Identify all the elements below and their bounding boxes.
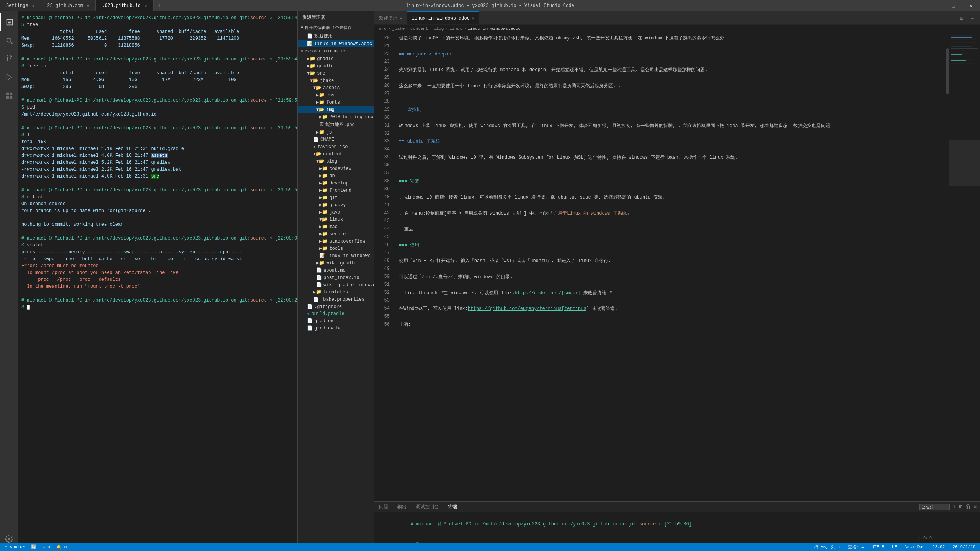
welcome-tab-close[interactable]: ✕ (400, 16, 402, 21)
warnings-status-item[interactable]: 🔔 0 (55, 544, 68, 549)
svg-line-1 (11, 42, 12, 44)
editor-scrollbar-thumb[interactable] (946, 48, 949, 94)
breadcrumb-blog[interactable]: blog (434, 26, 444, 31)
sidebar-item-blog[interactable]: ▼ 📂 blog (298, 158, 374, 165)
stackoverflow-label: stackoverflow (329, 239, 365, 244)
sidebar-item-beijing[interactable]: ▶ 📁 2018-beijing-qcon (298, 113, 374, 121)
sidebar-item-cname[interactable]: 📄 CNAME (298, 136, 374, 143)
new-tab-button[interactable]: + (154, 2, 165, 9)
editor-scrollbar[interactable] (946, 33, 949, 501)
linux-adoc-editor-tab[interactable]: linux-in-windows.adoc ✕ (407, 11, 480, 24)
close-button[interactable]: ✕ (962, 0, 980, 11)
terminal-line: total 16K (21, 139, 294, 145)
open-file-item-linux[interactable]: 📝 linux-in-windows.adoc (298, 40, 374, 47)
sidebar-item-wiki-gradle-index[interactable]: 📄 wiki_gradle_index.md (298, 281, 374, 289)
sidebar-item-gradle2[interactable]: ▶ 📁 gradle (298, 62, 374, 70)
sidebar-item-tools[interactable]: ▶ 📁 tools (298, 245, 374, 252)
assets-label: assets (323, 85, 340, 91)
sidebar-item-content[interactable]: ▼ 📂 content (298, 150, 374, 158)
sidebar-item-build-gradle[interactable]: ● build.gradle (298, 310, 374, 317)
encoding-status-item[interactable]: UTF-8 (870, 544, 886, 549)
beijing-label: 2018-beijing-qcon (329, 114, 374, 120)
sidebar-item-java[interactable]: ▶ 📁 java (298, 209, 374, 216)
settings-tab[interactable]: Settings ✕ (0, 0, 41, 11)
terminal-close-button[interactable]: ✕ (974, 504, 977, 510)
github-com-tab[interactable]: 23.github.com ✕ (41, 0, 96, 11)
sidebar-item-wiki-gradle[interactable]: ▶ 📁 wiki_gradle (298, 259, 374, 267)
breadcrumb-content[interactable]: content (410, 26, 428, 31)
maximize-button[interactable]: ❐ (945, 0, 962, 11)
sidebar-item-gradle[interactable]: ▶ 📁 gradle (298, 55, 374, 62)
sidebar-item-gitignore[interactable]: 📄 .gitignore (298, 303, 374, 310)
extensions-activity-icon[interactable] (0, 86, 18, 105)
minimize-button[interactable]: — (927, 0, 945, 11)
terminal-content[interactable]: # michael @ Michael-PC in /mnt/c/develop… (18, 11, 297, 551)
eol-status-item[interactable]: LF (890, 544, 898, 549)
output-tab[interactable]: 输出 (396, 504, 408, 510)
sync-status-item[interactable]: 🔄 (29, 544, 38, 549)
sidebar-item-assets[interactable]: ▼ 📂 assets (298, 84, 374, 91)
terminal-tab[interactable]: 终端 (446, 504, 459, 510)
github-io-tab[interactable]: .023.github.io ✕ (96, 0, 153, 11)
sidebar-item-post-index[interactable]: 📄 post_index.md (298, 274, 374, 281)
sidebar-item-fonts[interactable]: ▶ 📁 fonts (298, 99, 374, 106)
github-io-tab-close[interactable]: ✕ (144, 3, 147, 8)
terminal-trash-button[interactable]: 🗑 (965, 504, 971, 510)
sidebar-item-mapimage[interactable]: 🖼 能力地图.png (298, 121, 374, 129)
sidebar-item-templates[interactable]: ▶ 📁 templates (298, 289, 374, 296)
sidebar-item-codeview[interactable]: ▶ 📁 codeview (298, 165, 374, 172)
breadcrumb-file[interactable]: linux-in-windows.adoc (468, 26, 521, 31)
sidebar-item-jbake-props[interactable]: 📄 jbake.properties (298, 296, 374, 303)
debug-console-tab[interactable]: 调试控制台 (414, 504, 440, 510)
progress-text: ↑ 0↓ (919, 536, 928, 540)
settings-tab-close[interactable]: ✕ (32, 3, 35, 8)
sidebar-item-git[interactable]: ▶ 📁 git (298, 194, 374, 201)
breadcrumb-src[interactable]: src (379, 26, 387, 31)
language-status-item[interactable]: AsciiDoc (903, 544, 926, 549)
terminal-search-input[interactable] (919, 504, 950, 510)
sidebar-item-gradlew-bat[interactable]: 📄 gradlew.bat (298, 324, 374, 332)
sidebar-item-js[interactable]: ▶ 📁 js (298, 129, 374, 136)
code-line-40: . windows 10 商店中搜索 linux, 可以看到很多个 linux … (399, 194, 941, 202)
open-file-item-welcome[interactable]: 📄 欢迎使用 (298, 32, 374, 40)
more-actions-button[interactable]: ⋯ (968, 13, 977, 23)
breadcrumb-linux[interactable]: linux (449, 26, 462, 31)
linux-adoc-tab-close[interactable]: ✕ (472, 16, 475, 21)
welcome-editor-tab[interactable]: 欢迎使用 ✕ (374, 11, 407, 24)
terminal-line: drwxrwxrwx 1 michael michael 1.1K Feb 16… (21, 145, 294, 152)
sidebar-item-favicon[interactable]: ★ favicon.ico (298, 143, 374, 150)
sidebar-item-css[interactable]: ▶ 📁 css (298, 91, 374, 99)
search-activity-icon[interactable] (0, 31, 18, 50)
sidebar-item-mac[interactable]: ▶ 📁 mac (298, 223, 374, 230)
split-editor-button[interactable]: ⊞ (957, 13, 966, 23)
sidebar-item-img[interactable]: ▼ 📂 img (298, 106, 374, 113)
sidebar-item-db[interactable]: ▶ 📁 db (298, 172, 374, 179)
debug-activity-icon[interactable] (0, 68, 18, 86)
sidebar-item-src[interactable]: ▼ 📂 src (298, 70, 374, 77)
sidebar-item-gradlew[interactable]: 📄 gradlew (298, 317, 374, 324)
breadcrumb-jbake[interactable]: jbake (392, 26, 405, 31)
explorer-activity-icon[interactable] (0, 13, 18, 31)
source-control-activity-icon[interactable] (0, 50, 18, 68)
sidebar-item-secure[interactable]: ▶ 📁 secure (298, 230, 374, 238)
terminal-add-button[interactable]: + (953, 504, 956, 510)
sidebar-item-frontend[interactable]: ▶ 📁 frontend (298, 187, 374, 194)
github-com-tab-close[interactable]: ✕ (87, 3, 90, 8)
sidebar-item-stackoverflow[interactable]: ▶ 📁 stackoverflow (298, 238, 374, 245)
sidebar-item-develop[interactable]: ▶ 📁 develop (298, 179, 374, 187)
cursor-position-item[interactable]: 行 56, 列 1 (813, 544, 842, 550)
terminal-split-button[interactable]: ⊞ (959, 504, 962, 510)
sidebar-item-groovy[interactable]: ▶ 📁 groovy (298, 201, 374, 209)
js-label: js (326, 130, 332, 135)
problems-tab[interactable]: 问题 (377, 504, 390, 510)
open-editors-header[interactable]: ▼ 打开的编辑器 1个未保存 (298, 23, 374, 32)
sidebar-item-linux-adoc[interactable]: 📝 linux-in-windows.adoc (298, 252, 374, 259)
sidebar-item-jbake[interactable]: ▼ 📂 jbake (298, 77, 374, 84)
explorer-root-header[interactable]: ▼ YXC023.GITHUB.IO (298, 47, 374, 55)
branch-status-item[interactable]: ⑂ source (3, 544, 26, 549)
indent-status-item[interactable]: 空格: 4 (846, 544, 866, 550)
sidebar-item-linux[interactable]: ▼ 📂 linux (298, 216, 374, 223)
errors-status-item[interactable]: ⚠ 0 (41, 544, 52, 549)
sidebar-item-about[interactable]: 📄 about.md (298, 267, 374, 274)
code-editor[interactable]: 2021222324 2526272829 3031323334 3536373… (374, 33, 980, 501)
